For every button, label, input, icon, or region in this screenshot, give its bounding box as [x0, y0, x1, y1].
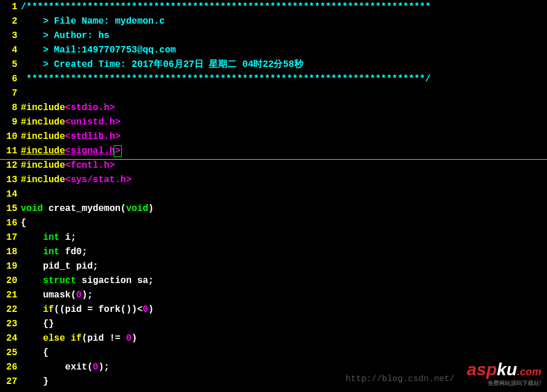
code-line[interactable]: 4 > Mail:1497707753@qq.com [0, 43, 547, 58]
token [65, 333, 71, 344]
token: #include [21, 103, 65, 113]
line-number: 3 [0, 29, 21, 43]
code-content[interactable]: if((pid = fork())<0) [21, 303, 547, 317]
token [21, 247, 43, 257]
code-line[interactable]: 21 umask(0); [0, 288, 547, 303]
code-line[interactable]: 23 {} [0, 317, 547, 331]
code-content[interactable]: { [21, 346, 547, 360]
code-content[interactable]: pid_t pid; [21, 259, 547, 274]
watermark-tagline: 免费网站源码下载站! [467, 379, 541, 387]
code-line[interactable]: 15void creat_mydemon(void) [0, 202, 547, 216]
code-content[interactable]: {} [21, 317, 547, 331]
code-line[interactable]: 26 exit(0); [0, 360, 547, 375]
code-line[interactable]: 13#include<sys/stat.h> [0, 173, 547, 187]
code-content[interactable] [21, 86, 547, 101]
token: if [43, 304, 54, 315]
site-watermark: aspku.com 免费网站源码下载站! [467, 360, 541, 387]
watermark-brand-a: asp [467, 360, 497, 379]
line-number: 11 [0, 144, 21, 159]
token: <signal.h [65, 146, 115, 156]
token: { [21, 348, 48, 358]
code-line[interactable]: 9#include<unistd.h> [0, 115, 547, 130]
token: > Mail:1497707753@qq.com [21, 45, 181, 55]
code-content[interactable]: > File Name: mydemon.c [21, 14, 547, 29]
line-number: 21 [0, 288, 21, 303]
code-content[interactable]: /***************************************… [21, 0, 547, 14]
code-content[interactable]: #include<stdlib.h> [21, 130, 547, 144]
code-line[interactable]: 2 > File Name: mydemon.c [0, 14, 547, 29]
code-line[interactable]: 12#include<fcntl.h> [0, 159, 547, 173]
code-content[interactable]: { [21, 216, 547, 231]
token: #include [21, 117, 65, 127]
line-number: 6 [0, 72, 21, 86]
code-line[interactable]: 8#include<stdio.h> [0, 101, 547, 115]
code-line[interactable]: 10#include<stdlib.h> [0, 130, 547, 144]
token: #include [21, 160, 65, 171]
line-number: 8 [0, 101, 21, 115]
token: umask( [21, 290, 76, 300]
token: <unistd.h> [65, 117, 121, 127]
token: ((pid = fork())< [54, 304, 143, 315]
token: > Created Time: 2017年06月27日 星期二 04时22分58… [21, 59, 304, 70]
code-content[interactable]: > Created Time: 2017年06月27日 星期二 04时22分58… [21, 58, 547, 72]
code-content[interactable]: void creat_mydemon(void) [21, 202, 547, 216]
code-content[interactable]: struct sigaction sa; [21, 274, 547, 288]
code-content[interactable]: #include<sys/stat.h> [21, 173, 547, 187]
code-content[interactable]: #include<signal.h> [21, 144, 547, 159]
token [21, 232, 43, 243]
token: {} [21, 319, 54, 329]
code-line[interactable]: 25 { [0, 346, 547, 360]
line-number: 13 [0, 173, 21, 187]
token: ) [148, 203, 154, 214]
code-line[interactable]: 3 > Author: hs [0, 29, 547, 43]
blog-url-watermark: http://blog.csdn.net/ [346, 374, 455, 384]
code-content[interactable]: int i; [21, 231, 547, 245]
token: struct [43, 276, 76, 286]
code-content[interactable] [21, 187, 547, 202]
token: } [21, 376, 48, 387]
code-content[interactable]: > Mail:1497707753@qq.com [21, 43, 547, 58]
code-line[interactable]: 17 int i; [0, 231, 547, 245]
token [21, 304, 43, 315]
code-content[interactable]: umask(0); [21, 288, 547, 303]
code-line[interactable]: 1/**************************************… [0, 0, 547, 14]
code-content[interactable]: #include<fcntl.h> [21, 159, 547, 173]
code-line[interactable]: 7 [0, 86, 547, 101]
line-number: 7 [0, 86, 21, 101]
code-content[interactable]: else if(pid != 0) [21, 331, 547, 346]
code-line[interactable]: 20 struct sigaction sa; [0, 274, 547, 288]
code-content[interactable]: int fd0; [21, 245, 547, 259]
token: 0 [126, 333, 132, 344]
token: i; [59, 232, 76, 243]
line-number: 18 [0, 245, 21, 259]
line-number: 1 [0, 0, 21, 14]
token: ); [82, 290, 93, 300]
token: > File Name: mydemon.c [21, 16, 165, 27]
token: creat_mydemon( [43, 203, 126, 214]
line-number: 14 [0, 187, 21, 202]
code-line[interactable]: 16{ [0, 216, 547, 231]
code-line[interactable]: 19 pid_t pid; [0, 259, 547, 274]
code-content[interactable]: > Author: hs [21, 29, 547, 43]
token: void [126, 203, 148, 214]
code-line[interactable]: 24 else if(pid != 0) [0, 331, 547, 346]
token: > [114, 145, 122, 157]
line-number: 4 [0, 43, 21, 58]
token: 0 [93, 362, 99, 372]
token: { [21, 218, 27, 228]
code-line[interactable]: 14 [0, 187, 547, 202]
watermark-brand-b: ku [497, 360, 517, 379]
code-content[interactable]: #include<unistd.h> [21, 115, 547, 130]
token: sigaction sa; [76, 276, 153, 286]
line-number: 16 [0, 216, 21, 231]
line-number: 9 [0, 115, 21, 130]
code-line[interactable]: 6 **************************************… [0, 72, 547, 86]
code-editor[interactable]: 1/**************************************… [0, 0, 547, 392]
code-content[interactable]: ****************************************… [21, 72, 547, 86]
code-line[interactable]: 22 if((pid = fork())<0) [0, 303, 547, 317]
code-line[interactable]: 5 > Created Time: 2017年06月27日 星期二 04时22分… [0, 58, 547, 72]
code-line[interactable]: 27 } [0, 375, 547, 389]
code-line[interactable]: 11#include<signal.h> [0, 144, 547, 159]
code-content[interactable]: #include<stdio.h> [21, 101, 547, 115]
code-line[interactable]: 18 int fd0; [0, 245, 547, 259]
